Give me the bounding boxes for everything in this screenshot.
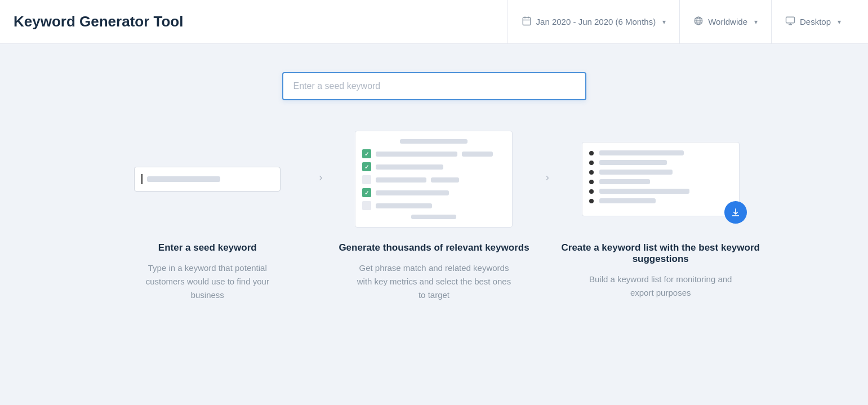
- desktop-icon: [785, 16, 795, 28]
- mock-list-row-3: [589, 170, 732, 175]
- mock-bar-2a: [376, 164, 443, 170]
- location-picker[interactable]: Worldwide ▾: [679, 0, 771, 44]
- date-range-label: Jan 2020 - Jun 2020 (6 Months): [536, 17, 656, 26]
- device-dropdown-arrow: ▾: [838, 18, 841, 26]
- mock-bullet-4: [589, 180, 594, 184]
- mock-row-4: [362, 188, 505, 197]
- mock-footer-bar: [411, 215, 456, 219]
- device-picker[interactable]: Desktop ▾: [771, 0, 854, 44]
- main-content: Enter a seed keyword Type in a keyword t…: [0, 44, 868, 324]
- mock-list-row-2: [589, 160, 732, 165]
- mock-bar-1b: [462, 152, 493, 157]
- steps-row: Enter a seed keyword Type in a keyword t…: [96, 134, 772, 302]
- mock-bullet-1: [589, 151, 594, 155]
- step-1-title: Enter a seed keyword: [158, 242, 257, 253]
- globe-icon: [693, 16, 704, 28]
- location-label: Worldwide: [708, 17, 747, 26]
- mock-list-bar-4: [599, 179, 650, 184]
- mock-list-bar-2: [599, 160, 667, 165]
- mock-list-bar-5: [599, 189, 689, 194]
- step-3-title: Create a keyword list with the best keyw…: [560, 242, 761, 265]
- mock-bar-4a: [376, 190, 449, 195]
- mock-checkbox-empty-2: [362, 201, 371, 210]
- mock-bar-5a: [376, 203, 432, 208]
- mock-row-1: [362, 149, 505, 158]
- location-dropdown-arrow: ▾: [754, 18, 758, 26]
- mock-bullet-2: [589, 161, 594, 165]
- mock-header-bar: [400, 139, 468, 144]
- mock-list-row-1: [589, 150, 732, 155]
- mock-list-row-6: [589, 198, 732, 203]
- mock-row-2: [362, 162, 505, 171]
- calendar-icon: [522, 16, 532, 28]
- mock-list-bar-1: [599, 150, 684, 155]
- arrow-2: ›: [545, 134, 549, 184]
- step-1-illustration: [117, 134, 297, 224]
- mock-list-bar-6: [599, 198, 656, 203]
- step-2-description: Get phrase match and related keywords wi…: [355, 261, 513, 302]
- arrow-1: ›: [319, 134, 323, 184]
- download-button[interactable]: [724, 201, 747, 224]
- step-2-title: Generate thousands of relevant keywords: [339, 242, 529, 253]
- mock-row-5: [362, 201, 505, 210]
- mock-checkbox-checked-1: [362, 149, 371, 158]
- mock-bullet-5: [589, 189, 594, 194]
- step-1: Enter a seed keyword Type in a keyword t…: [96, 134, 319, 302]
- date-range-picker[interactable]: Jan 2020 - Jun 2020 (6 Months) ▾: [508, 0, 680, 44]
- step-3: Create a keyword list with the best keyw…: [549, 134, 772, 300]
- mock-checkbox-checked-3: [362, 188, 371, 197]
- mock-checkbox-checked-2: [362, 162, 371, 171]
- step-3-description: Build a keyword list for monitoring and …: [582, 273, 740, 300]
- mock-bar-1a: [376, 152, 457, 157]
- step-1-mock-input: [134, 167, 281, 192]
- date-range-dropdown-arrow: ▾: [662, 18, 666, 26]
- mock-bullet-6: [589, 199, 594, 203]
- step-2: Generate thousands of relevant keywords …: [323, 134, 546, 302]
- mock-list-bar-3: [599, 170, 673, 175]
- mock-list-row-4: [589, 179, 732, 184]
- mock-bullet-3: [589, 170, 594, 175]
- seed-keyword-input[interactable]: [282, 72, 586, 100]
- svg-rect-9: [786, 17, 794, 23]
- mock-text-bar: [147, 176, 220, 182]
- header: Keyword Generator Tool Jan 2020 - Jun 20…: [0, 0, 868, 44]
- device-label: Desktop: [800, 17, 831, 26]
- mock-cursor: [141, 174, 143, 184]
- mock-row-3: [362, 175, 505, 184]
- header-controls: Jan 2020 - Jun 2020 (6 Months) ▾ Worldwi…: [508, 0, 854, 44]
- mock-bar-3a: [376, 177, 426, 183]
- mock-bar-3b: [431, 177, 459, 183]
- step-2-illustration: [344, 134, 524, 224]
- step-3-mock-list: [582, 142, 740, 216]
- step-2-mock-table: [355, 131, 513, 228]
- step-3-illustration: [571, 134, 751, 224]
- mock-checkbox-empty-1: [362, 175, 371, 184]
- svg-rect-0: [523, 17, 531, 25]
- step-1-description: Type in a keyword that potential custome…: [128, 261, 286, 302]
- page-title: Keyword Generator Tool: [14, 13, 508, 30]
- mock-list-row-5: [589, 189, 732, 194]
